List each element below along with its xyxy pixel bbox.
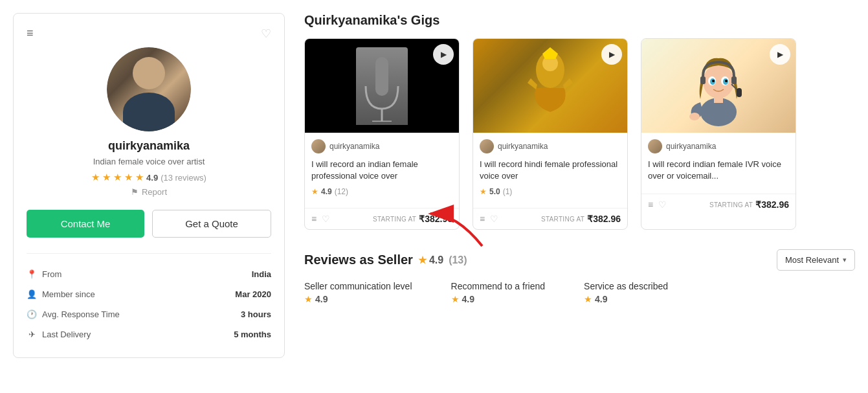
reviews-count: (13) — [449, 254, 467, 266]
delivery-icon: ✈ — [27, 330, 37, 339]
gigs-section-title: Quirkyanamika's Gigs — [304, 13, 855, 28]
clock-icon: 🕐 — [27, 309, 37, 319]
gig-card-wrapper-1: ▶ quirkyanamika I will record an indian … — [304, 38, 460, 230]
gig-rating-1: 4.9 — [321, 187, 332, 196]
star-2: ★ — [102, 172, 111, 183]
gig-footer-icons-3: ≡ ♡ — [648, 199, 667, 210]
gig-seller-row-2: quirkyanamika — [480, 139, 621, 153]
svg-point-8 — [703, 65, 734, 98]
gigs-section: Quirkyanamika's Gigs — [304, 13, 855, 230]
contact-button[interactable]: Contact Me — [27, 210, 144, 238]
chevron-down-icon: ▾ — [843, 256, 847, 264]
hamburger-icon[interactable]: ≡ — [27, 27, 34, 41]
gig-card-1[interactable]: ▶ quirkyanamika I will record an indian … — [304, 38, 460, 230]
svg-point-19 — [689, 113, 700, 120]
gig-menu-icon-3[interactable]: ≡ — [648, 199, 653, 210]
sort-label: Most Relevant — [785, 255, 839, 265]
gig-reviews-1: (12) — [335, 187, 348, 196]
gig-footer-2: ≡ ♡ STARTING AT ₹382.96 — [473, 208, 627, 229]
gig-footer-icons-2: ≡ ♡ — [480, 214, 498, 224]
reviews-star: ★ — [418, 254, 427, 266]
info-row-from: 📍 From India — [27, 264, 271, 284]
play-button-2[interactable]: ▶ — [601, 44, 622, 65]
review-metric-3: Service as described ★ 4.9 — [584, 281, 668, 304]
sort-dropdown[interactable]: Most Relevant ▾ — [777, 249, 855, 271]
metric-star-2: ★ — [451, 294, 460, 304]
info-row-response: 🕐 Avg. Response Time 3 hours — [27, 304, 271, 324]
gig-price-3: ₹382.96 — [755, 199, 789, 210]
gig-seller-row-3: quirkyanamika — [648, 139, 789, 153]
user-icon: 👤 — [27, 289, 37, 299]
play-button-3[interactable]: ▶ — [770, 44, 790, 65]
gig-body-1: quirkyanamika I will record an indian fe… — [305, 133, 459, 208]
action-buttons: Contact Me Get a Quote — [27, 210, 271, 238]
reviews-title-text: Reviews as Seller — [304, 253, 413, 267]
gig-body-3: quirkyanamika I will record indian femal… — [641, 133, 796, 194]
gig-price-area-3: STARTING AT ₹382.96 — [709, 199, 789, 210]
card-top-actions: ≡ ♡ — [27, 27, 271, 41]
metric-label-3: Service as described — [584, 281, 668, 291]
member-since-label: Member since — [42, 289, 95, 299]
seller-name-3: quirkyanamika — [666, 142, 716, 151]
get-quote-button[interactable]: Get a Quote — [152, 210, 271, 238]
seller-name-1: quirkyanamika — [329, 142, 379, 151]
metric-value-3: 4.9 — [595, 294, 607, 304]
gig-price-1: ₹382.96 — [419, 214, 452, 224]
play-button-1[interactable]: ▶ — [433, 44, 454, 65]
metric-star-3: ★ — [584, 294, 592, 304]
review-metric-1: Seller communication level ★ 4.9 — [304, 281, 412, 304]
svg-rect-15 — [700, 76, 706, 84]
star-4: ★ — [124, 172, 133, 183]
svg-point-14 — [725, 80, 728, 82]
gig-price-2: ₹382.96 — [587, 214, 621, 224]
metric-stars-1: ★ 4.9 — [304, 294, 412, 304]
last-delivery-value: 5 months — [234, 330, 271, 339]
gig-heart-icon-3[interactable]: ♡ — [658, 199, 667, 210]
gig-thumbnail-1: ▶ — [305, 39, 459, 133]
seller-avatar-small-3 — [648, 139, 662, 153]
report-row[interactable]: ⚑ Report — [131, 187, 167, 197]
response-time-value: 3 hours — [241, 309, 271, 319]
gig-star-1: ★ — [311, 187, 318, 196]
seller-profile-card: ≡ ♡ quirkyanamika Indian female voice ov… — [13, 13, 285, 358]
gig-footer-icons-1: ≡ ♡ — [311, 214, 330, 224]
gig-card-2[interactable]: ▶ quirkyanamika I will record hindi fema… — [473, 38, 628, 230]
starting-at-label-2: STARTING AT — [541, 216, 584, 223]
rating-value: 4.9 — [146, 173, 158, 183]
reviews-section: Reviews as Seller ★ 4.9 (13) Most Releva… — [304, 249, 855, 304]
svg-point-13 — [712, 80, 715, 82]
gig-menu-icon-1[interactable]: ≡ — [311, 214, 317, 224]
from-value: India — [252, 269, 271, 279]
review-count: (13 reviews) — [161, 173, 206, 183]
gig-price-area-2: STARTING AT ₹382.96 — [541, 214, 621, 224]
review-metrics: Seller communication level ★ 4.9 Recomme… — [304, 281, 855, 304]
seller-avatar-small-1 — [311, 139, 326, 153]
gig-star-2: ★ — [480, 187, 487, 196]
svg-rect-0 — [375, 57, 388, 96]
gigs-grid: ▶ quirkyanamika I will record an indian … — [304, 38, 855, 230]
report-label[interactable]: Report — [142, 187, 167, 197]
rating-row: ★ ★ ★ ★ ★ 4.9 (13 reviews) — [91, 172, 206, 183]
star-3: ★ — [113, 172, 122, 183]
user-title: Indian female voice over artist — [93, 157, 205, 166]
star-1: ★ — [91, 172, 100, 183]
gig-card-3[interactable]: ▶ quirkyanamika I will record indian fem… — [641, 38, 796, 230]
gig-footer-1: ≡ ♡ STARTING AT ₹382.96 — [305, 208, 459, 229]
reviews-rating: 4.9 — [429, 254, 443, 266]
gig-rating-row-2: ★ 5.0 (1) — [480, 187, 621, 196]
gig-thumbnail-3: ▶ — [641, 39, 796, 133]
response-time-label: Avg. Response Time — [42, 309, 120, 319]
last-delivery-label: Last Delivery — [42, 330, 91, 339]
reviews-title: Reviews as Seller ★ 4.9 (13) — [304, 253, 467, 267]
info-row-member-since: 👤 Member since Mar 2020 — [27, 284, 271, 304]
gig-heart-icon-2[interactable]: ♡ — [490, 214, 498, 224]
metric-stars-2: ★ 4.9 — [451, 294, 546, 304]
review-metric-2: Recommend to a friend ★ 4.9 — [451, 281, 546, 304]
metric-label-1: Seller communication level — [304, 281, 412, 291]
gig-heart-icon-1[interactable]: ♡ — [322, 214, 330, 224]
favorite-icon[interactable]: ♡ — [261, 27, 271, 41]
gig-body-2: quirkyanamika I will record hindi female… — [473, 133, 627, 208]
flag-icon: ⚑ — [131, 187, 139, 197]
gig-reviews-2: (1) — [503, 187, 513, 196]
gig-menu-icon-2[interactable]: ≡ — [480, 214, 485, 224]
